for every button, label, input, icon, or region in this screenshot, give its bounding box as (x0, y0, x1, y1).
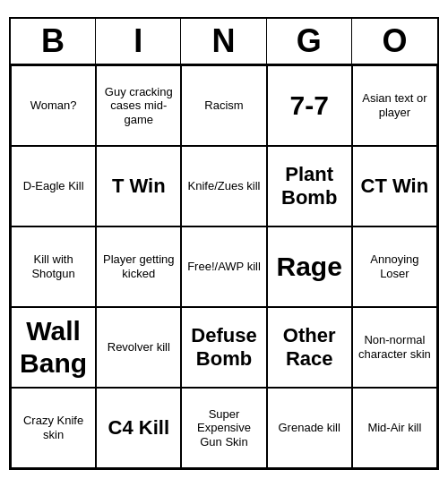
bingo-cell-2[interactable]: Racism (181, 65, 266, 146)
bingo-cell-23[interactable]: Grenade kill (267, 388, 352, 468)
bingo-cell-10[interactable]: Kill with Shotgun (11, 226, 96, 307)
bingo-cell-8[interactable]: Plant Bomb (267, 146, 352, 226)
bingo-cell-21[interactable]: C4 Kill (96, 388, 181, 468)
bingo-cell-9[interactable]: CT Win (352, 146, 437, 226)
header-letter-N: N (181, 19, 266, 64)
header-letter-O: O (352, 19, 437, 64)
bingo-cell-13[interactable]: Rage (267, 226, 352, 307)
bingo-cell-7[interactable]: Knife/Zues kill (181, 146, 266, 226)
bingo-cell-6[interactable]: T Win (96, 146, 181, 226)
bingo-grid: Woman?Guy cracking cases mid-gameRacism7… (11, 65, 437, 468)
bingo-header: BINGO (11, 19, 437, 65)
bingo-cell-24[interactable]: Mid-Air kill (352, 388, 437, 468)
bingo-cell-18[interactable]: Other Race (267, 307, 352, 388)
header-letter-G: G (267, 19, 352, 64)
bingo-cell-16[interactable]: Revolver kill (96, 307, 181, 388)
bingo-cell-20[interactable]: Crazy Knife skin (11, 388, 96, 468)
bingo-cell-17[interactable]: Defuse Bomb (181, 307, 266, 388)
header-letter-B: B (11, 19, 96, 64)
bingo-cell-11[interactable]: Player getting kicked (96, 226, 181, 307)
bingo-cell-3[interactable]: 7-7 (267, 65, 352, 146)
bingo-cell-12[interactable]: Free!/AWP kill (181, 226, 266, 307)
bingo-cell-15[interactable]: Wall Bang (11, 307, 96, 388)
bingo-cell-14[interactable]: Annoying Loser (352, 226, 437, 307)
bingo-cell-5[interactable]: D-Eagle Kill (11, 146, 96, 226)
header-letter-I: I (96, 19, 181, 64)
bingo-cell-19[interactable]: Non-normal character skin (352, 307, 437, 388)
bingo-cell-4[interactable]: Asian text or player (352, 65, 437, 146)
bingo-cell-1[interactable]: Guy cracking cases mid-game (96, 65, 181, 146)
bingo-card: BINGO Woman?Guy cracking cases mid-gameR… (9, 17, 439, 470)
bingo-cell-22[interactable]: Super Expensive Gun Skin (181, 388, 266, 468)
bingo-cell-0[interactable]: Woman? (11, 65, 96, 146)
